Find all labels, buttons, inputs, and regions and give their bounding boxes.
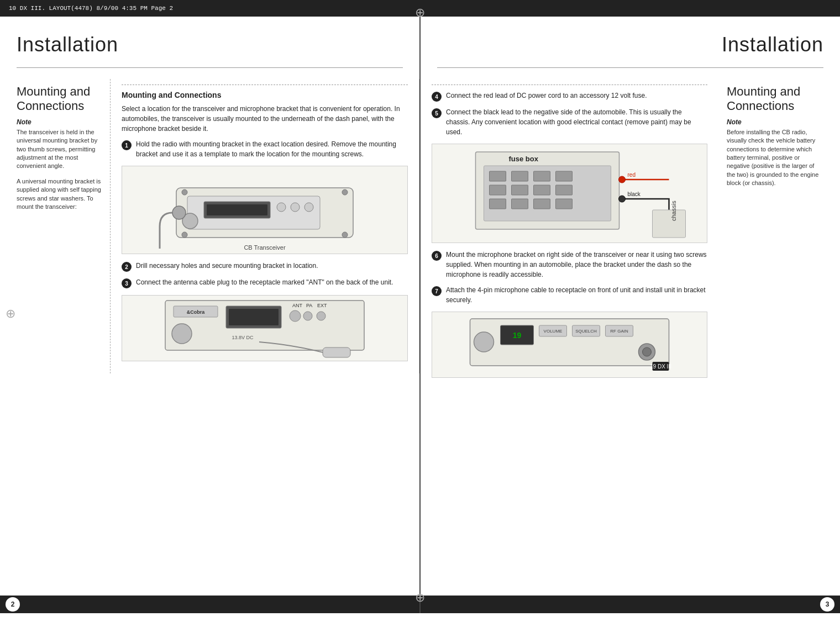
step-7-num: 7	[432, 286, 442, 296]
step-4-num: 4	[432, 92, 442, 102]
svg-text:PA: PA	[306, 303, 312, 308]
svg-point-22	[303, 312, 312, 320]
step-6-text: Mount the microphone bracket on right si…	[446, 250, 707, 280]
svg-rect-27	[323, 347, 350, 357]
step-2-num: 2	[122, 262, 132, 272]
svg-point-12	[342, 232, 348, 238]
svg-rect-39	[490, 199, 506, 209]
svg-point-6	[291, 203, 300, 212]
step-2-text: Drill necessary holes and secure mountin…	[136, 261, 408, 271]
svg-text:SQUELCH: SQUELCH	[575, 329, 597, 334]
dashed-divider-right-top	[432, 85, 707, 85]
left-page-title: Installation	[0, 28, 419, 67]
svg-rect-37	[534, 185, 550, 195]
step-5-text: Connect the black lead to the negative s…	[446, 107, 707, 137]
step-7-text: Attach the 4-pin microphone cable to rec…	[446, 285, 707, 305]
main-content: Installation Mounting and Connections No…	[0, 17, 840, 613]
page-number-2: 2	[6, 597, 20, 612]
svg-rect-35	[490, 185, 506, 195]
main-column-right: 4 Connect the red lead of DC power cord …	[421, 79, 718, 390]
step-5-num: 5	[432, 108, 442, 118]
left-content-columns: Mounting and Connections Note The transc…	[0, 68, 419, 373]
svg-point-48	[619, 196, 626, 202]
svg-text:19 DX III: 19 DX III	[650, 363, 671, 370]
right-content-columns: 4 Connect the red lead of DC power cord …	[421, 68, 840, 390]
svg-text:chassis: chassis	[670, 201, 677, 221]
fuse-box-svg: fuse box	[432, 144, 707, 243]
step-1: 1 Hold the radio with mounting bracket i…	[122, 139, 408, 159]
right-sidebar-note-label: Note	[727, 118, 823, 126]
svg-point-9	[182, 189, 187, 195]
page-number-3: 3	[820, 597, 834, 612]
main-subsection-title: Mounting and Connections	[122, 91, 408, 99]
svg-rect-38	[556, 185, 573, 195]
svg-rect-18	[229, 309, 279, 325]
svg-rect-34	[556, 171, 573, 181]
svg-rect-4	[207, 204, 267, 215]
main-intro: Select a location for the transceiver an…	[122, 104, 408, 134]
svg-point-11	[182, 232, 187, 238]
svg-rect-41	[534, 199, 550, 209]
svg-text:EXT: EXT	[317, 303, 327, 308]
step-3-text: Connect the antenna cable plug to the re…	[136, 277, 408, 287]
step-6: 6 Mount the microphone bracket on right …	[432, 250, 707, 280]
svg-text:ANT: ANT	[292, 303, 303, 308]
svg-rect-33	[534, 171, 550, 181]
step-6-num: 6	[432, 251, 442, 261]
svg-rect-32	[512, 171, 528, 181]
step-1-num: 1	[122, 140, 132, 150]
svg-text:19: 19	[513, 331, 522, 340]
transceiver-svg: CB Transceiver	[122, 166, 407, 254]
svg-text:CB Transceiver: CB Transceiver	[244, 244, 286, 251]
right-sidebar-title: Mounting and Connections	[727, 85, 823, 114]
svg-rect-42	[556, 199, 573, 209]
svg-point-10	[342, 189, 348, 195]
svg-rect-45	[653, 210, 686, 238]
svg-point-47	[619, 176, 626, 183]
top-bar-text: 10 DX III. LAYOUT(4478) 8/9/00 4:35 PM P…	[9, 5, 173, 12]
sidebar-note-text2: A universal mounting bracket is supplied…	[17, 177, 102, 212]
diagram-fuse-box: fuse box	[432, 144, 707, 243]
svg-rect-36	[512, 185, 528, 195]
right-sidebar: Mounting and Connections Note Before ins…	[718, 79, 840, 390]
svg-point-20	[290, 310, 301, 322]
svg-rect-40	[512, 199, 528, 209]
svg-text:red: red	[628, 172, 636, 178]
step-4: 4 Connect the red lead of DC power cord …	[432, 91, 707, 102]
page-left: Installation Mounting and Connections No…	[0, 17, 421, 613]
step-7: 7 Attach the 4-pin microphone cable to r…	[432, 285, 707, 305]
step-1-text: Hold the radio with mounting bracket in …	[136, 139, 408, 159]
svg-point-24	[317, 312, 326, 320]
page-right: Installation 4 Connect the red lead of D…	[421, 17, 840, 613]
right-page-title: Installation	[421, 28, 840, 67]
right-sidebar-note-text: Before installing the CB radio, visually…	[727, 128, 823, 188]
main-column-left: Mounting and Connections Select a locati…	[111, 79, 419, 373]
svg-text:RF GAIN: RF GAIN	[610, 329, 628, 334]
svg-text:13.8V DC: 13.8V DC	[232, 335, 254, 340]
svg-rect-49	[470, 319, 669, 366]
step-5: 5 Connect the black lead to the negative…	[432, 107, 707, 137]
rear-panel-svg: &Cobra ANT PA EXT 13.8	[122, 295, 407, 361]
dashed-divider-top	[122, 85, 408, 85]
svg-text:black: black	[628, 191, 641, 197]
step-3-num: 3	[122, 278, 132, 288]
svg-text:VOLUME: VOLUME	[544, 329, 563, 334]
sidebar-section-title: Mounting and Connections	[17, 85, 102, 114]
svg-point-5	[277, 203, 286, 212]
step-3: 3 Connect the antenna cable plug to the …	[122, 277, 408, 288]
step-4-text: Connect the red lead of DC power cord to…	[446, 91, 707, 101]
svg-point-8	[172, 206, 186, 219]
page-number-bar-left: 2	[0, 596, 419, 613]
svg-point-60	[643, 347, 652, 356]
svg-text:fuse box: fuse box	[509, 155, 539, 163]
left-sidebar: Mounting and Connections Note The transc…	[0, 79, 111, 373]
svg-point-25	[172, 324, 192, 344]
svg-rect-31	[490, 171, 506, 181]
svg-point-7	[305, 203, 313, 212]
diagram-rear-panel: &Cobra ANT PA EXT 13.8	[122, 295, 408, 361]
page-number-bar-right: 3	[421, 596, 840, 613]
top-bar: 10 DX III. LAYOUT(4478) 8/9/00 4:35 PM P…	[0, 0, 840, 17]
sidebar-note-label: Note	[17, 118, 102, 126]
sidebar-note-text1: The transceiver is held in the universal…	[17, 128, 102, 171]
svg-text:&Cobra: &Cobra	[187, 309, 205, 315]
